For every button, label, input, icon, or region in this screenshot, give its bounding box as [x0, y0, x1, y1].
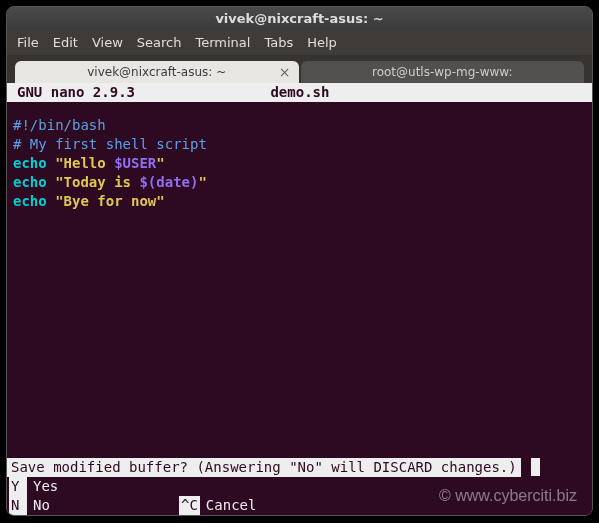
- variable: $USER: [114, 155, 156, 171]
- cursor: [531, 458, 540, 476]
- no-key: N: [9, 496, 27, 515]
- tab-inactive-label: root@utls-wp-mg-www:: [372, 65, 513, 79]
- menu-file[interactable]: File: [17, 35, 39, 50]
- menu-help[interactable]: Help: [307, 35, 337, 50]
- tab-active[interactable]: vivek@nixcraft-asus: ~ ×: [15, 61, 299, 83]
- no-label: No: [33, 497, 50, 513]
- tab-bar: vivek@nixcraft-asus: ~ × root@utls-wp-mg…: [7, 55, 592, 83]
- cancel-label: Cancel: [206, 497, 257, 513]
- echo-keyword: echo: [13, 174, 47, 190]
- menu-tabs[interactable]: Tabs: [264, 35, 293, 50]
- terminal-window: vivek@nixcraft-asus: ~ File Edit View Se…: [6, 6, 593, 516]
- menu-view[interactable]: View: [92, 35, 123, 50]
- string-literal: "Bye for now": [47, 193, 165, 209]
- editor-content[interactable]: #!/bin/bash # My first shell script echo…: [7, 102, 592, 214]
- string-part: ": [156, 155, 164, 171]
- save-prompt: Save modified buffer? (Answering "No" wi…: [7, 458, 521, 477]
- yes-label: Yes: [33, 478, 58, 494]
- nano-app-name: GNU nano 2.9.3: [9, 83, 270, 102]
- cancel-key: ^C: [179, 496, 200, 515]
- string-part: "Hello: [47, 155, 114, 171]
- window-titlebar[interactable]: vivek@nixcraft-asus: ~: [7, 7, 592, 30]
- terminal-area[interactable]: GNU nano 2.9.3 demo.sh #!/bin/bash # My …: [7, 83, 592, 515]
- cancel-option[interactable]: ^CCancel: [179, 496, 349, 515]
- shebang-line: #!/bin/bash: [13, 117, 106, 133]
- close-icon[interactable]: ×: [279, 64, 291, 80]
- subshell: $(date): [139, 174, 198, 190]
- menubar: File Edit View Search Terminal Tabs Help: [7, 30, 592, 55]
- menu-edit[interactable]: Edit: [53, 35, 78, 50]
- tab-active-label: vivek@nixcraft-asus: ~: [87, 65, 226, 79]
- no-option[interactable]: NNo: [9, 496, 179, 515]
- echo-keyword: echo: [13, 155, 47, 171]
- window-title: vivek@nixcraft-asus: ~: [215, 11, 383, 26]
- menu-search[interactable]: Search: [137, 35, 182, 50]
- tab-inactive[interactable]: root@utls-wp-mg-www:: [301, 61, 585, 83]
- nano-header: GNU nano 2.9.3 demo.sh: [7, 83, 592, 102]
- echo-keyword: echo: [13, 193, 47, 209]
- comment-line: # My first shell script: [13, 136, 207, 152]
- yes-option[interactable]: YYes: [9, 477, 179, 496]
- nano-footer: Save modified buffer? (Answering "No" wi…: [7, 458, 592, 515]
- nano-filename: demo.sh: [270, 83, 590, 102]
- menu-terminal[interactable]: Terminal: [195, 35, 250, 50]
- string-part: ": [198, 174, 206, 190]
- yes-key: Y: [9, 477, 27, 496]
- string-part: "Today is: [47, 174, 140, 190]
